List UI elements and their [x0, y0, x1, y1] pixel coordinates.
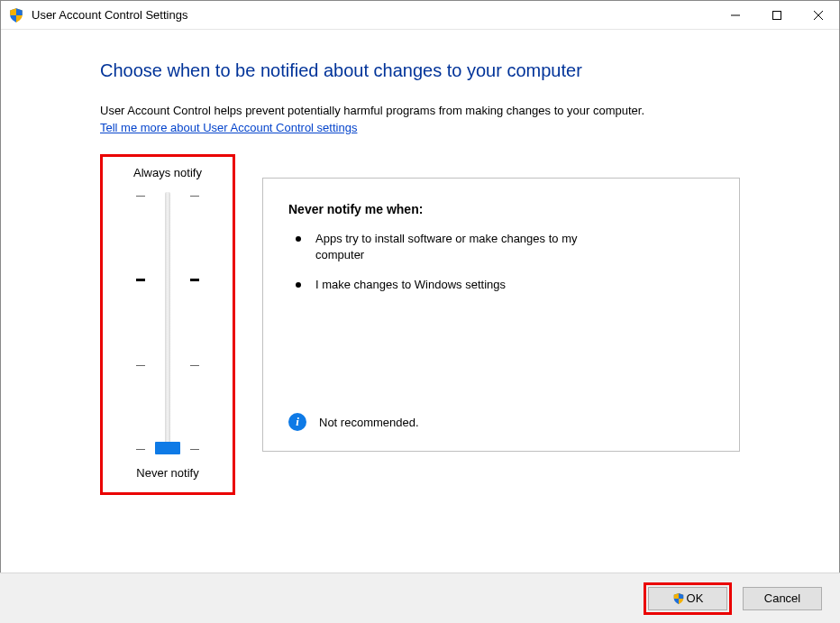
notification-slider[interactable] [136, 192, 199, 454]
recommendation-row: i Not recommended. [288, 413, 714, 431]
minimize-button[interactable] [715, 1, 756, 29]
page-title: Choose when to be notified about changes… [100, 60, 740, 81]
shield-icon [672, 592, 685, 605]
detail-bullet: I make changes to Windows settings [296, 277, 602, 293]
slider-bottom-label: Never notify [103, 466, 233, 480]
detail-bullets: Apps try to install software or make cha… [296, 231, 714, 307]
ok-button-highlight: OK [644, 582, 732, 615]
info-icon: i [288, 413, 306, 431]
window-title: User Account Control Settings [32, 8, 715, 22]
slider-thumb[interactable] [155, 442, 180, 454]
setting-detail-box: Never notify me when: Apps try to instal… [262, 178, 740, 452]
shield-icon [8, 7, 24, 23]
cancel-button-label: Cancel [764, 591, 800, 605]
close-button[interactable] [798, 1, 839, 29]
title-bar: User Account Control Settings [1, 1, 839, 30]
notification-slider-panel: Always notify Never notify [100, 154, 235, 495]
page-description: User Account Control helps prevent poten… [100, 103, 740, 119]
ok-button-label: OK [687, 591, 704, 605]
dialog-footer: OK Cancel [0, 573, 840, 623]
maximize-button[interactable] [756, 1, 798, 29]
slider-top-label: Always notify [103, 166, 233, 179]
cancel-button[interactable]: Cancel [743, 587, 822, 610]
detail-heading: Never notify me when: [288, 202, 714, 216]
detail-bullet: Apps try to install software or make cha… [296, 231, 602, 262]
svg-rect-1 [773, 11, 781, 19]
recommendation-text: Not recommended. [319, 416, 419, 429]
ok-button[interactable]: OK [648, 587, 727, 610]
learn-more-link[interactable]: Tell me more about User Account Control … [100, 121, 357, 134]
